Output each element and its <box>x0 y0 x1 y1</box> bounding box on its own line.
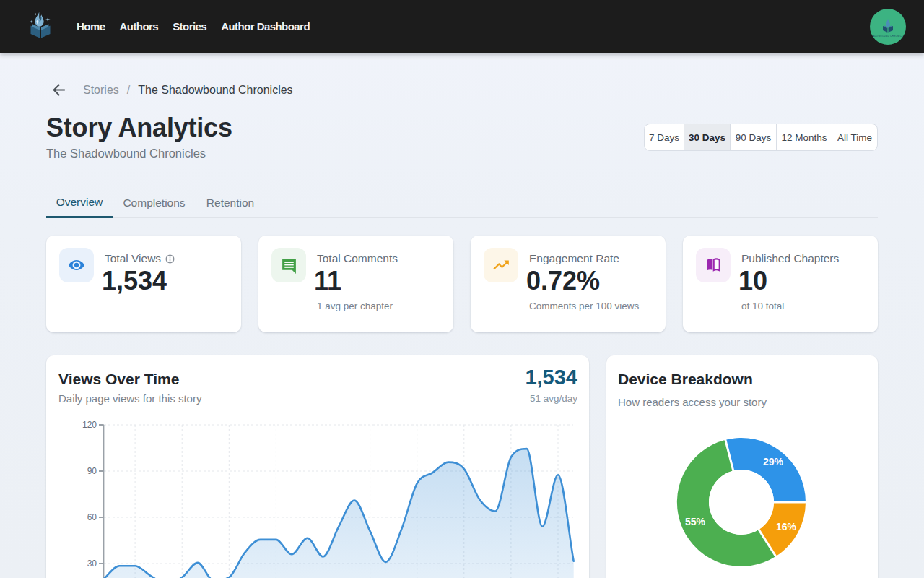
svg-text:29%: 29% <box>763 456 784 467</box>
svg-text:120: 120 <box>82 420 97 430</box>
svg-text:SHADOWBOUND CHRONICLES: SHADOWBOUND CHRONICLES <box>870 35 906 38</box>
svg-text:55%: 55% <box>685 516 706 527</box>
svg-text:90: 90 <box>87 466 97 476</box>
svg-text:30: 30 <box>87 558 97 569</box>
svg-text:16%: 16% <box>776 521 797 532</box>
svg-text:60: 60 <box>87 512 97 522</box>
